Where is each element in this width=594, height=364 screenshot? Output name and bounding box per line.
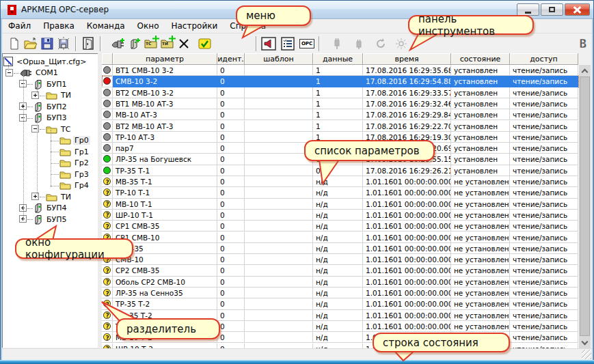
tree-item-label: БУП5 [45,215,68,224]
scroll-down-button[interactable] [579,337,591,348]
column-header[interactable]: шаблон [245,53,313,65]
cell-ident: 0 [217,176,245,187]
table-row[interactable]: МВ-10 Т-10н/д1.01.1601 00:00:00.000не ус… [102,199,579,210]
add-port-button[interactable] [110,36,126,52]
plug-disconnect-button[interactable] [351,36,367,52]
menu-item[interactable]: Файл [2,20,37,32]
column-header[interactable]: идент. [217,53,245,65]
cell-time: 1.01.1601 00:00:00.000 [363,221,451,232]
opc-dialog-button[interactable]: OPC [299,36,315,52]
cell-ident: 0 [217,288,245,298]
cell-state: установлен [451,154,510,165]
cell-access: чтение/запись [510,65,578,76]
menu-item[interactable]: Команда [81,20,131,32]
parameter-list-button[interactable] [280,36,296,52]
table-row[interactable]: СМВ-100н/д1.01.1601 00:00:00.000не устан… [102,254,579,265]
table-row[interactable]: ВТ1 СМВ-10 3-20117.08.2016 16:29:35.685у… [102,65,579,76]
cell-ident: 0 [217,154,245,165]
cell-param: МВ-10 АТ-3 [113,109,217,120]
add-ts-group-button[interactable]: ТС [143,36,159,52]
tree-item[interactable]: Гр2 [59,158,90,169]
add-device-button[interactable] [126,36,143,52]
tree-collapse-button[interactable] [31,125,39,132]
vertical-scrollbar[interactable] [579,65,591,348]
menu-item[interactable]: Настройки [165,20,224,32]
new-config-button[interactable] [6,36,23,52]
table-row[interactable]: СМВ-350н/д1.01.1601 00:00:00.000не устан… [102,243,579,254]
table-row[interactable]: ВТ2 СМВ-10 3-20117.08.2016 16:29:33.572у… [102,87,579,98]
tree-item[interactable]: БУП2 [33,101,68,112]
column-header[interactable]: данные [313,53,363,65]
cell-param: ВТ1 МВ-10 АТ-3 [113,98,217,109]
tree-item[interactable]: ТС [46,124,72,135]
tree-item[interactable]: БУП5 [33,214,68,225]
cell-template [245,210,313,221]
cell-ident: 0 [217,187,245,198]
apply-config-button[interactable] [196,36,213,52]
cell-state: установлен [451,87,510,98]
add-device-icon [129,38,141,50]
cell-access: чтение/запись [510,310,578,321]
column-header[interactable]: время [363,53,451,65]
tree-item[interactable]: БУП4 [33,203,68,214]
table-row[interactable]: Оболь СР2 СМВ-100н/д1.01.1601 00:00:00.0… [102,277,579,288]
table-row[interactable]: ТР-35 Т-20н/д1.01.1601 00:00:00.000не ус… [102,298,579,309]
open-config-button[interactable] [23,36,39,52]
table-row[interactable]: ВТ2 МВ-10 АТ-30117.08.2016 16:29:22.708у… [102,121,579,132]
params-callout-tail [311,159,342,186]
column-header[interactable] [102,53,113,65]
status-led-icon [103,111,111,118]
tree-item[interactable]: ТИ [46,191,72,202]
tree-item[interactable]: Гр1 [59,146,90,157]
tree-item-label: БУП4 [45,204,68,212]
refresh-button[interactable] [373,36,389,52]
tree-item-label: ТС [59,125,72,134]
cell-access: чтение/запись [510,176,578,187]
tree-item[interactable]: БУП1 [33,79,68,89]
checklist-icon [281,37,295,51]
exit-button[interactable] [80,36,96,52]
menu-item[interactable]: Правка [37,20,81,32]
status-led-icon [103,77,111,85]
table-row[interactable]: СР1 СМВ-350н/д1.01.1601 00:00:00.000не у… [102,221,579,232]
table-row[interactable]: МВ-10 АТ-30117.08.2016 16:29:29.843устан… [102,109,579,120]
scroll-up-button[interactable] [579,65,591,76]
table-row[interactable]: ТР-10 Т-10н/д1.01.1601 00:00:00.000не ус… [102,187,579,198]
device-icon [33,102,43,112]
save-flash-button[interactable] [55,36,72,52]
status-cell [102,65,113,76]
table-row[interactable]: СР2 СМВ-350н/д1.01.1601 00:00:00.000не у… [102,265,579,276]
tree-item[interactable]: ТИ [46,90,72,101]
cell-param: СР1 СМВ-35 [113,221,217,232]
tree-item[interactable]: Гр0 [59,135,90,146]
table-row[interactable]: ШР-10 Т-10н/д1.01.1601 00:00:00.000не ус… [102,210,579,221]
table-row[interactable]: ВТ1 МВ-10 АТ-30117.08.2016 16:29:32.468у… [102,98,579,109]
tree-expand-button[interactable] [31,193,39,200]
close-button[interactable] [565,3,590,16]
tree-item[interactable]: БУП3 [33,113,68,124]
tree-item[interactable]: <Орша_Щит.cfg> [3,56,87,67]
status-cell [102,199,113,210]
save-config-button[interactable] [39,36,55,52]
column-header[interactable]: параметр [113,53,217,65]
tree-item[interactable]: Гр3 [59,169,90,180]
table-row[interactable]: СМВ-10 3-20117.08.2016 16:29:54.884устан… [102,76,579,87]
tree-collapse-button[interactable] [5,69,13,76]
table-row[interactable]: ЛР-35 на Сенно350н/д1.01.1601 00:00:00.0… [102,288,579,298]
column-header[interactable]: доступ [510,53,578,65]
plug-connect-button[interactable] [329,36,345,52]
tree-item[interactable]: COM1 [20,68,59,79]
maximize-button[interactable] [541,3,563,16]
delete-item-button[interactable] [176,36,192,52]
cell-ident: 0 [217,132,245,143]
column-header[interactable]: состояние [451,53,510,65]
add-ti-group-button[interactable]: ТИ [159,36,176,52]
tree-expand-button[interactable] [31,92,39,99]
resize-grip[interactable] [582,350,591,359]
table-row[interactable]: СР1 СМВ-100н/д1.01.1601 00:00:00.000не у… [102,232,579,243]
scrollbar-thumb[interactable] [580,76,590,336]
menu-item[interactable]: Окно [131,20,165,32]
status-cell [102,121,113,132]
tree-item[interactable]: Гр4 [59,180,90,191]
status-led-icon [103,222,111,229]
